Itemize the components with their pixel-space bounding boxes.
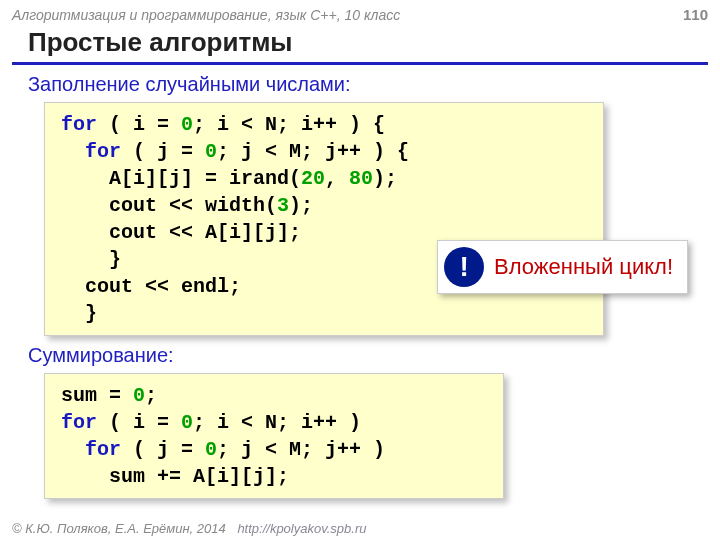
page-number: 110 bbox=[683, 6, 708, 23]
title-wrap: Простые алгоритмы bbox=[0, 25, 720, 65]
section2-heading: Суммирование: bbox=[0, 336, 720, 373]
slide-footer: © К.Ю. Поляков, Е.А. Ерёмин, 2014 http:/… bbox=[12, 521, 366, 536]
slide-header: Алгоритмизация и программирование, язык … bbox=[0, 0, 720, 25]
code-block-fill: for ( i = 0; i < N; i++ ) { for ( j = 0;… bbox=[44, 102, 604, 336]
course-label: Алгоритмизация и программирование, язык … bbox=[12, 7, 400, 23]
exclamation-icon: ! bbox=[444, 247, 484, 287]
footer-copy: © К.Ю. Поляков, Е.А. Ерёмин, 2014 bbox=[12, 521, 226, 536]
callout-text: Вложенный цикл! bbox=[494, 254, 673, 280]
code-block-sum: sum = 0; for ( i = 0; i < N; i++ ) for (… bbox=[44, 373, 504, 499]
callout-note: ! Вложенный цикл! bbox=[437, 240, 688, 294]
page-title: Простые алгоритмы bbox=[12, 25, 708, 65]
footer-url: http://kpolyakov.spb.ru bbox=[237, 521, 366, 536]
section1-heading: Заполнение случайными числами: bbox=[0, 65, 720, 102]
